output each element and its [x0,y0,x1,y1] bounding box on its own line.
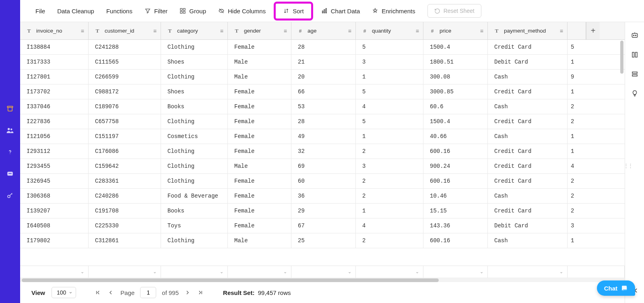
table-row[interactable]: I640508C225330ToysFemale674143.36Debit C… [20,218,625,233]
cell-payment_method[interactable]: Credit Card [488,114,568,129]
filter-cell[interactable]: ⌄ [161,266,228,278]
ai-assistant-icon[interactable] [630,31,639,40]
cell-quantity[interactable]: 1 [356,129,423,144]
cell-payment_method[interactable]: Cash [488,99,568,114]
table-row[interactable]: I306368C240286Food & BeverageFemale36210… [20,189,625,204]
tips-icon[interactable] [630,89,639,98]
cell-price[interactable]: 40.66 [423,129,488,144]
filter-cell[interactable]: ⌄ [20,266,89,278]
cell-payment_method[interactable]: Credit Card [488,40,568,54]
cell-customer_id[interactable]: C266599 [89,70,161,84]
horizontal-scrollbar[interactable] [20,278,625,282]
cell-payment_method[interactable]: Cash [488,70,568,84]
cell-category[interactable]: Food & Beverage [161,189,228,203]
help-icon[interactable] [6,148,14,156]
cell-invoice_no[interactable]: I138884 [20,40,89,54]
cell-category[interactable]: Clothing [161,114,228,129]
data-cleanup-menu[interactable]: Data Cleanup [53,5,98,17]
cell-category[interactable]: Clothing [161,159,228,173]
cell-invoice_no[interactable]: I306368 [20,189,89,203]
column-header-customer_id[interactable]: Tcustomer_id≡ [89,22,161,39]
filter-cell[interactable]: ⌄ [228,266,291,278]
cell-extra[interactable]: 1 [568,233,586,248]
column-menu-icon[interactable]: ≡ [480,28,483,34]
cell-invoice_no[interactable]: I127801 [20,70,89,84]
filter-cell[interactable]: ⌄ [423,266,488,278]
cell-gender[interactable]: Female [228,114,291,129]
cell-price[interactable]: 1800.51 [423,55,488,69]
cell-age[interactable]: 25 [291,233,356,248]
cell-gender[interactable]: Female [228,204,291,218]
cell-extra[interactable]: 2 [568,204,586,218]
column-header-quantity[interactable]: #quantity≡ [356,22,423,39]
column-header-price[interactable]: #price≡ [423,22,488,39]
cell-quantity[interactable]: 3 [356,55,423,69]
table-row[interactable]: I293455C159642ClothingMale693900.24Credi… [20,159,625,174]
cell-gender[interactable]: Female [228,218,291,233]
cell-age[interactable]: 20 [291,70,356,84]
cell-customer_id[interactable]: C191708 [89,204,161,218]
table-row[interactable]: I138884C241288ClothingFemale2851500.4Cre… [20,40,625,55]
cell-age[interactable]: 49 [291,129,356,144]
cell-extra[interactable]: 2 [568,99,586,114]
table-row[interactable]: I173702C988172ShoesFemale6653000.85Credi… [20,85,625,99]
column-menu-icon[interactable]: ≡ [81,28,84,34]
cell-quantity[interactable]: 2 [356,233,423,248]
cell-payment_method[interactable]: Credit Card [488,159,568,173]
cell-invoice_no[interactable]: I227836 [20,114,89,129]
cell-payment_method[interactable]: Debit Card [488,218,568,233]
add-column-button[interactable]: + [586,22,600,39]
cell-gender[interactable]: Male [228,233,291,248]
cell-payment_method[interactable]: Cash [488,189,568,203]
cell-age[interactable]: 36 [291,189,356,203]
cell-category[interactable]: Clothing [161,174,228,188]
filter-button[interactable]: Filter [140,5,171,17]
cell-age[interactable]: 21 [291,55,356,69]
cell-customer_id[interactable]: C241288 [89,40,161,54]
cell-customer_id[interactable]: C189076 [89,99,161,114]
chat-nav-icon[interactable] [6,170,14,178]
cell-price[interactable]: 143.36 [423,218,488,233]
cell-category[interactable]: Clothing [161,144,228,159]
cell-customer_id[interactable]: C988172 [89,85,161,99]
cell-gender[interactable]: Female [228,144,291,159]
cell-quantity[interactable]: 1 [356,204,423,218]
file-menu[interactable]: File [31,5,49,17]
cell-extra[interactable]: 1 [568,55,586,69]
reset-sheet-button[interactable]: Reset Sheet [427,4,481,18]
page-input[interactable] [140,287,156,298]
cell-price[interactable]: 60.6 [423,99,488,114]
cell-age[interactable]: 29 [291,204,356,218]
cell-gender[interactable]: Male [228,159,291,173]
cell-extra[interactable]: 1 [568,144,586,159]
cell-gender[interactable]: Female [228,174,291,188]
cell-payment_method[interactable]: Credit Card [488,174,568,188]
cell-category[interactable]: Clothing [161,233,228,248]
cell-customer_id[interactable]: C111565 [89,55,161,69]
filter-cell[interactable]: ⌄ [488,266,568,278]
enrichments-button[interactable]: Enrichments [368,5,419,17]
cell-extra[interactable]: 2 [568,174,586,188]
table-row[interactable]: I179802C312861ClothingMale252600.16Cash1 [20,233,625,248]
cell-quantity[interactable]: 5 [356,85,423,99]
table-row[interactable]: I337046C189076BooksFemale53460.6Cash2 [20,99,625,114]
table-row[interactable]: I127801C266599ClothingMale201300.08Cash9 [20,70,625,85]
cell-extra[interactable]: 3 [568,218,586,233]
cell-price[interactable]: 900.24 [423,159,488,173]
table-row[interactable]: I317333C111565ShoesMale2131800.51Debit C… [20,55,625,70]
cell-extra[interactable]: 4 [568,159,586,173]
column-menu-icon[interactable]: ≡ [348,28,351,34]
cell-category[interactable]: Shoes [161,55,228,69]
cell-invoice_no[interactable]: I317333 [20,55,89,69]
cell-payment_method[interactable]: Credit Card [488,204,568,218]
cell-age[interactable]: 60 [291,174,356,188]
column-header-gender[interactable]: Tgender≡ [228,22,291,39]
table-row[interactable]: I227836C657758ClothingFemale2851500.4Cre… [20,114,625,129]
cell-age[interactable]: 67 [291,218,356,233]
cell-customer_id[interactable]: C657758 [89,114,161,129]
cell-invoice_no[interactable]: I293112 [20,144,89,159]
cell-invoice_no[interactable]: I139207 [20,204,89,218]
cell-invoice_no[interactable]: I121056 [20,129,89,144]
data-icon[interactable] [6,105,14,113]
functions-menu[interactable]: Functions [102,5,136,17]
